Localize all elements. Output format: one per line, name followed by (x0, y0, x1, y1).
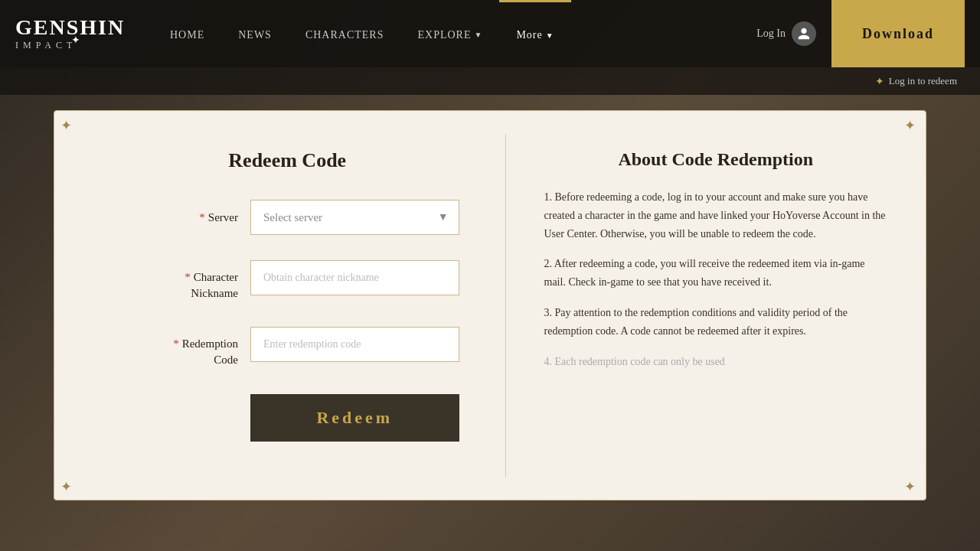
nickname-input[interactable] (250, 260, 459, 295)
main-content: ✦ ✦ ✦ ✦ Redeem Code *Server Select serve… (0, 95, 980, 516)
server-required-star: * (199, 211, 205, 223)
logo-star-icon: ✦ (71, 34, 80, 47)
redeem-button[interactable]: Redeem (250, 394, 459, 442)
code-input[interactable] (250, 327, 459, 362)
explore-chevron-icon: ▼ (474, 31, 482, 39)
info-section: About Code Redemption 1. Before redeemin… (506, 134, 926, 477)
info-point-3: 3. Pay attention to the redemption condi… (544, 304, 888, 341)
info-point-1: 1. Before redeeming a code, log in to yo… (544, 188, 888, 243)
server-select-wrapper: Select server Asia Europe America TW/HK/… (250, 200, 459, 235)
corner-tr-decoration: ✦ (904, 117, 920, 132)
nav-more[interactable]: More ▼ (499, 0, 570, 67)
logo-genshin: GENSHIN (15, 17, 125, 38)
info-text: 1. Before redeeming a code, log in to yo… (544, 188, 888, 370)
info-point-2: 2. After redeeming a code, you will rece… (544, 255, 888, 292)
logo-impact: IMPACT (15, 40, 77, 51)
nav-right: Log In Download (749, 0, 965, 67)
form-title: Redeem Code (116, 149, 459, 172)
server-label: *Server (116, 210, 238, 226)
code-label: *Redemption Code (116, 320, 238, 368)
code-row: *Redemption Code (116, 320, 459, 368)
navbar: GENSHIN IMPACT ✦ HOME NEWS CHARACTERS EX… (0, 0, 980, 67)
corner-bl-decoration: ✦ (60, 478, 76, 494)
nav-home[interactable]: HOME (153, 0, 221, 67)
redeem-arrow-icon: ✦ (875, 75, 884, 88)
redeem-panel: ✦ ✦ ✦ ✦ Redeem Code *Server Select serve… (54, 110, 926, 500)
nickname-required-star: * (185, 271, 191, 283)
form-section: Redeem Code *Server Select server Asia E… (54, 134, 506, 477)
info-title: About Code Redemption (544, 149, 888, 170)
corner-br-decoration: ✦ (904, 478, 920, 494)
login-redeem-link[interactable]: ✦ Log in to redeem (875, 75, 957, 88)
user-avatar-icon (792, 21, 816, 46)
more-chevron-icon: ▼ (546, 31, 554, 40)
download-button[interactable]: Download (831, 0, 965, 67)
logo[interactable]: GENSHIN IMPACT ✦ (15, 17, 130, 51)
nav-links: HOME NEWS CHARACTERS EXPLORE ▼ More ▼ (153, 0, 749, 67)
nav-characters[interactable]: CHARACTERS (289, 0, 401, 67)
nav-explore[interactable]: EXPLORE ▼ (400, 0, 499, 67)
code-required-star: * (173, 337, 179, 350)
nav-news[interactable]: NEWS (221, 0, 289, 67)
login-redeem-bar: ✦ Log in to redeem (0, 67, 980, 95)
login-button[interactable]: Log In (749, 21, 824, 46)
nickname-row: *Character Nickname (116, 253, 459, 302)
nickname-label: *Character Nickname (116, 253, 238, 302)
redeem-btn-row: Redeem (116, 386, 459, 442)
server-select[interactable]: Select server Asia Europe America TW/HK/… (250, 200, 459, 235)
server-row: *Server Select server Asia Europe Americ… (116, 200, 459, 235)
info-point-4: 4. Each redemption code can only be used (544, 353, 888, 371)
corner-tl-decoration: ✦ (60, 117, 76, 132)
